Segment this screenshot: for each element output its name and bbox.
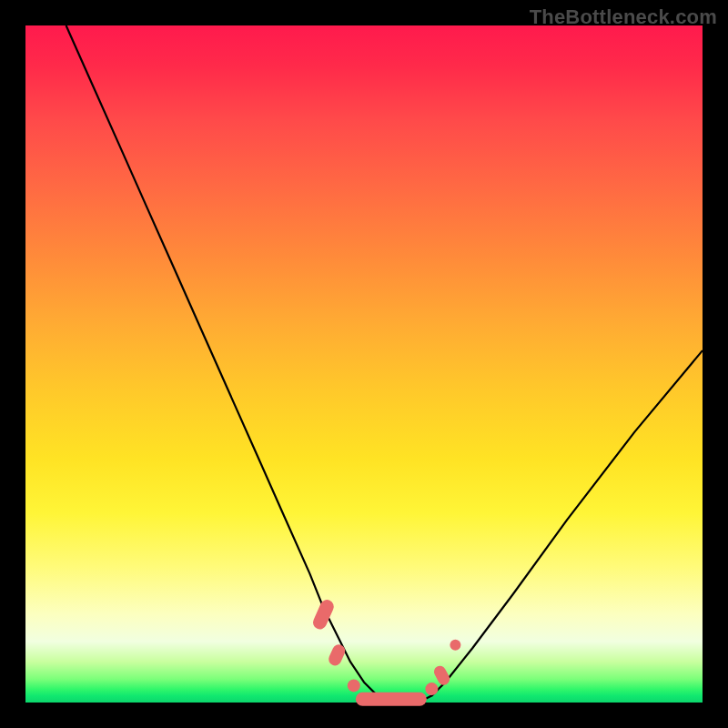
marker-dot	[348, 679, 360, 692]
marker-dot	[450, 640, 460, 651]
curve-layer	[25, 25, 703, 703]
plot-area	[25, 25, 703, 703]
bottleneck-curve	[66, 25, 703, 703]
marker-dot	[425, 682, 438, 695]
marker-bead	[356, 693, 427, 706]
marker-bead	[327, 642, 348, 668]
chart-frame: TheBottleneck.com	[0, 0, 728, 728]
